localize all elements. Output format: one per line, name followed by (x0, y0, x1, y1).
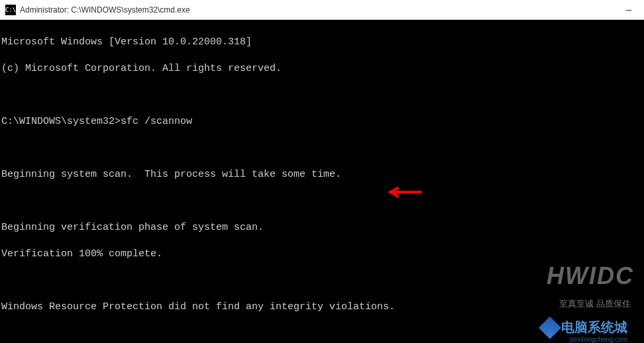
output-line (1, 89, 643, 102)
command-sfc: sfc /scannow (121, 116, 192, 127)
cmd-icon: C:\ (5, 5, 16, 15)
output-line (1, 195, 643, 208)
output-line (1, 142, 643, 155)
cmd-icon-text: C:\ (5, 7, 16, 13)
output-line: Beginning system scan. This process will… (1, 168, 643, 181)
window-controls: — (614, 0, 644, 20)
output-line: Microsoft Windows [Version 10.0.22000.31… (1, 36, 643, 49)
terminal-output[interactable]: Microsoft Windows [Version 10.0.22000.31… (0, 20, 644, 343)
output-line: (c) Microsoft Corporation. All rights re… (1, 62, 643, 75)
minimize-button[interactable]: — (614, 0, 644, 20)
diamond-icon (539, 317, 561, 339)
watermark-logo-text: 电脑系统城 (561, 318, 627, 336)
output-line: Beginning verification phase of system s… (1, 221, 643, 234)
watermark-logo: 电脑系统城 (542, 318, 627, 336)
prompt-path: C:\WINDOWS\system32> (1, 116, 121, 127)
output-line: Verification 100% complete. (1, 248, 643, 261)
prompt-line: C:\WINDOWS\system32>sfc /scannow (1, 115, 643, 128)
watermark-hwidc: HWIDC (547, 262, 634, 290)
output-line: Windows Resource Protection did not find… (1, 301, 643, 314)
titlebar: C:\ Administrator: C:\WINDOWS\system32\c… (0, 0, 644, 20)
watermark-logo-url: pexitongcheng.com (570, 336, 627, 343)
window-title: Administrator: C:\WINDOWS\system32\cmd.e… (20, 5, 190, 15)
watermark-tagline: 至真至诚 品质保住 (559, 298, 631, 310)
